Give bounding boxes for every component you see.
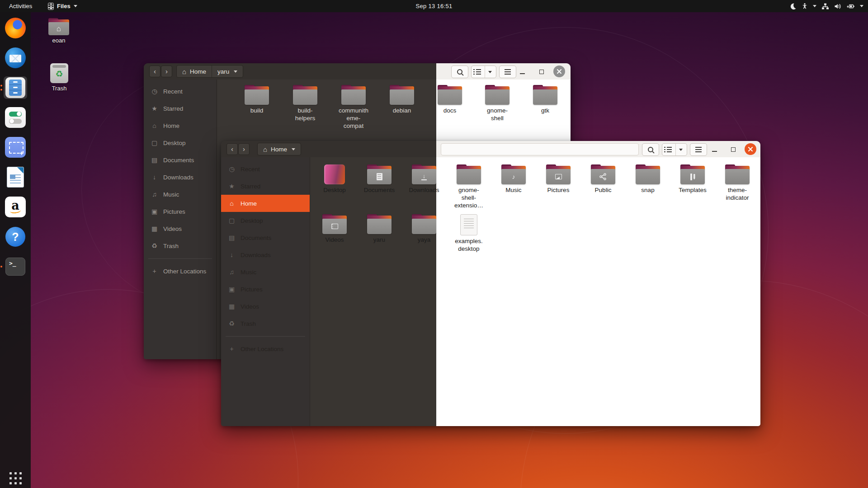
file-item-documents[interactable]: Documents xyxy=(358,164,401,194)
path-bar[interactable]: ⌂ Home yaru xyxy=(176,65,243,78)
file-item-yaya[interactable]: yaya xyxy=(403,214,445,244)
forward-button[interactable]: › xyxy=(161,66,172,77)
minimize-button[interactable] xyxy=(709,144,720,155)
sidebar-item-downloads[interactable]: ↓Downloads xyxy=(144,169,217,186)
sidebar-item-trash[interactable]: ♻Trash xyxy=(144,237,217,254)
file-item-downloads[interactable]: ↓Downloads xyxy=(403,164,445,194)
dock-item-screenshot-tool[interactable] xyxy=(4,136,27,159)
desktop-icon-trash[interactable]: ♻ Trash xyxy=(38,63,80,92)
desktop-icon: ▢ xyxy=(228,217,236,224)
file-item-pictures[interactable]: Pictures xyxy=(537,164,580,194)
forward-button[interactable]: › xyxy=(238,143,250,155)
maximize-button[interactable] xyxy=(728,144,738,155)
headerbar[interactable]: ‹ › ⌂ Home xyxy=(221,141,760,157)
activities-button[interactable]: Activities xyxy=(5,0,36,12)
file-item-build-helpers[interactable]: build- helpers xyxy=(284,85,326,122)
sidebar-item-trash[interactable]: ♻Trash xyxy=(221,315,310,332)
file-item-gnome-shell-extensio-[interactable]: gnome- shell- extensio… xyxy=(448,164,490,209)
dock-item-settings[interactable] xyxy=(4,106,27,129)
sidebar-item-starred[interactable]: ★Starred xyxy=(221,178,310,195)
file-item-debian[interactable]: debian xyxy=(381,85,423,114)
show-applications-button[interactable] xyxy=(4,470,27,488)
sidebar-item-pictures[interactable]: ▣Pictures xyxy=(144,203,217,220)
breadcrumb-home[interactable]: ⌂ Home xyxy=(177,66,212,77)
clock[interactable]: Sep 13 16:51 xyxy=(416,0,453,12)
menu-button[interactable] xyxy=(499,66,516,78)
file-item-yaru[interactable]: yaru xyxy=(358,214,401,244)
file-item-docs[interactable]: docs xyxy=(429,85,471,114)
file-item-examples-desktop[interactable]: examples. desktop xyxy=(448,214,490,253)
trash-icon: ♻ xyxy=(50,63,68,83)
back-button[interactable]: ‹ xyxy=(149,66,160,77)
view-options-dropdown[interactable] xyxy=(676,144,686,155)
breadcrumb-home[interactable]: ⌂ Home xyxy=(258,143,301,155)
minimize-button[interactable] xyxy=(517,66,528,77)
dock-item-files[interactable] xyxy=(4,76,27,99)
file-item-snap[interactable]: snap xyxy=(627,164,669,194)
menu-button[interactable] xyxy=(690,143,707,156)
hamburger-icon xyxy=(695,149,702,150)
sidebar-item-starred[interactable]: ★Starred xyxy=(144,100,217,117)
file-item-build[interactable]: build xyxy=(236,85,278,114)
file-item-communitheme-compat[interactable]: communith eme- compat xyxy=(332,85,375,130)
maximize-icon xyxy=(539,70,544,74)
dock-item-amazon[interactable]: a xyxy=(4,196,27,218)
sidebar-item-home[interactable]: ⌂Home xyxy=(144,117,217,134)
system-status-area[interactable] xyxy=(789,0,863,12)
headerbar[interactable]: ‹ › ⌂ Home yaru xyxy=(144,63,571,80)
dock-item-firefox[interactable] xyxy=(4,17,27,39)
close-button[interactable] xyxy=(745,143,756,155)
sidebar-item-desktop[interactable]: ▢Desktop xyxy=(144,134,217,151)
sidebar-item-home[interactable]: ⌂Home xyxy=(221,195,310,212)
sidebar-item-documents[interactable]: ▤Documents xyxy=(144,151,217,169)
folder-icon xyxy=(457,164,481,184)
sidebar-item-other-locations[interactable]: +Other Locations xyxy=(144,263,217,280)
settings-toggles-icon xyxy=(5,107,26,128)
view-options-dropdown[interactable] xyxy=(485,66,495,78)
back-button[interactable]: ‹ xyxy=(226,143,238,155)
sidebar-item-recent[interactable]: ◷Recent xyxy=(144,83,217,100)
file-item-public[interactable]: Public xyxy=(582,164,624,194)
dock-item-libreoffice[interactable] xyxy=(4,166,27,188)
file-item-desktop[interactable]: Desktop xyxy=(313,164,356,194)
desktop-icon-home[interactable]: ⌂ eoan xyxy=(38,18,80,44)
sidebar-item-recent[interactable]: ◷Recent xyxy=(221,160,310,178)
sidebar-item-pictures[interactable]: ▣Pictures xyxy=(221,281,310,298)
sidebar-item-desktop[interactable]: ▢Desktop xyxy=(221,212,310,229)
sidebar-item-videos[interactable]: ▦Videos xyxy=(221,298,310,315)
file-item-label: Pictures xyxy=(547,186,570,194)
sidebar-item-other-locations[interactable]: +Other Locations xyxy=(221,340,310,357)
dock-item-help[interactable]: ? xyxy=(4,225,27,248)
path-bar[interactable]: ⌂ Home xyxy=(257,143,301,155)
thunderbird-icon xyxy=(5,47,26,68)
sidebar-item-label: Music xyxy=(163,191,179,198)
file-item-gnome-shell[interactable]: gnome- shell xyxy=(476,85,519,122)
file-item-videos[interactable]: Videos xyxy=(313,214,356,244)
file-item-music[interactable]: ♪Music xyxy=(492,164,535,194)
trash-icon: ♻ xyxy=(228,320,236,327)
location-entry[interactable] xyxy=(441,143,639,155)
view-toggle-button[interactable] xyxy=(471,66,496,78)
view-toggle-button[interactable] xyxy=(662,143,687,156)
sidebar-item-music[interactable]: ♫Music xyxy=(221,263,310,281)
search-button[interactable] xyxy=(451,66,468,78)
sidebar-item-videos[interactable]: ▦Videos xyxy=(144,220,217,237)
breadcrumb-label: Home xyxy=(190,68,206,75)
file-grid[interactable]: DesktopDocuments↓Downloadsgnome- shell- … xyxy=(311,157,760,426)
dock-item-terminal[interactable]: >_ xyxy=(4,255,27,278)
breadcrumb-current[interactable]: yaru xyxy=(212,66,243,77)
file-item-theme-indicator[interactable]: theme- indicator xyxy=(716,164,759,202)
file-item-gtk[interactable]: gtk xyxy=(524,85,566,114)
file-item-templates[interactable]: Templates xyxy=(671,164,714,194)
chevron-down-icon xyxy=(292,148,295,150)
sidebar-item-downloads[interactable]: ↓Downloads xyxy=(221,246,310,263)
close-button[interactable] xyxy=(553,66,565,77)
dock-item-thunderbird[interactable] xyxy=(4,47,27,69)
app-menu[interactable]: Files xyxy=(45,0,80,12)
sidebar-item-documents[interactable]: ▤Documents xyxy=(221,229,310,246)
search-button[interactable] xyxy=(642,143,659,156)
sidebar-item-music[interactable]: ♫Music xyxy=(144,186,217,203)
folder-icon xyxy=(546,164,571,184)
maximize-button[interactable] xyxy=(536,66,547,77)
downloads-icon: ↓ xyxy=(228,251,236,258)
